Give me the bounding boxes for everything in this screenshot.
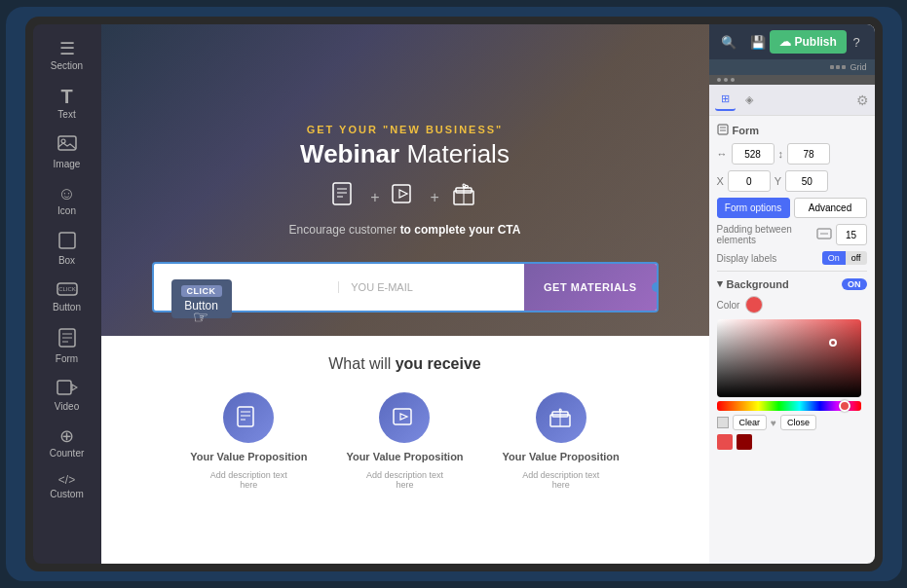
sidebar-item-box[interactable]: Box bbox=[40, 226, 94, 272]
panel-divider bbox=[717, 271, 867, 272]
value-prop-2: Your Value Proposition Add description t… bbox=[346, 392, 463, 490]
grid-dots bbox=[830, 65, 846, 69]
box-icon bbox=[58, 232, 76, 252]
settings-tab[interactable]: ⚙ bbox=[856, 92, 869, 108]
form-email-input[interactable]: YOU E-MAIL bbox=[338, 281, 524, 293]
color-presets bbox=[717, 434, 867, 450]
tab-layout[interactable]: ⊞ bbox=[715, 89, 736, 111]
dot-1 bbox=[717, 78, 721, 82]
dot-2 bbox=[724, 78, 728, 82]
grid-dot-2 bbox=[836, 65, 840, 69]
sidebar-item-icon[interactable]: ☺ Icon bbox=[40, 179, 94, 222]
image-icon bbox=[57, 135, 77, 156]
display-labels-row: Display labels On off bbox=[717, 251, 867, 265]
hue-cursor bbox=[839, 400, 850, 412]
sidebar-label-custom: Custom bbox=[50, 489, 83, 499]
search-icon-btn[interactable]: 🔍 bbox=[717, 30, 740, 54]
hue-bar[interactable] bbox=[717, 401, 861, 411]
color-preset-2[interactable] bbox=[737, 434, 752, 450]
hero-subtitle-highlight: "NEW BUSINESS" bbox=[383, 124, 503, 135]
sidebar-item-button[interactable]: CLICK Button bbox=[40, 276, 94, 318]
x-icon: X bbox=[717, 175, 724, 187]
hero-content: GET YOUR "NEW BUSINESS" Webinar Material… bbox=[289, 124, 521, 237]
y-input[interactable] bbox=[785, 170, 828, 192]
color-picker-box[interactable] bbox=[717, 319, 861, 397]
hero-icon-gift bbox=[451, 181, 478, 213]
display-labels-label: Display labels bbox=[717, 253, 818, 264]
sidebar-item-image[interactable]: Image bbox=[40, 129, 94, 175]
sidebar-item-custom[interactable]: </> Custom bbox=[40, 468, 94, 505]
value-prop-desc-2: Add description text here bbox=[365, 470, 443, 490]
grid-dot-1 bbox=[830, 65, 834, 69]
hero-subtitle: GET YOUR "NEW BUSINESS" bbox=[289, 124, 521, 135]
receive-title-bold: you receive bbox=[396, 355, 481, 372]
sidebar-label-video: Video bbox=[55, 401, 79, 412]
hero-title-light: Materials bbox=[406, 139, 509, 168]
form-icon-panel bbox=[717, 124, 729, 137]
advanced-button[interactable]: Advanced bbox=[794, 198, 867, 218]
sidebar-item-video[interactable]: Video bbox=[40, 374, 94, 418]
text-icon: T bbox=[60, 87, 72, 106]
sidebar-item-form[interactable]: Form bbox=[40, 322, 94, 370]
laptop-frame: ☰ Section T Text Image ☺ Icon bbox=[25, 17, 883, 571]
toggle-off[interactable]: off bbox=[846, 251, 867, 265]
sidebar-label-icon: Icon bbox=[57, 205, 76, 216]
panel-tabs: ⊞ ◈ ⚙ bbox=[709, 85, 875, 116]
padding-input[interactable] bbox=[836, 224, 867, 245]
value-prop-3: Your Value Proposition Add description t… bbox=[503, 392, 620, 490]
hero-icons-row: + + bbox=[289, 181, 521, 213]
width-input[interactable] bbox=[732, 143, 775, 165]
right-toolbar: 🔍 💾 ☁ Publish ? bbox=[709, 24, 875, 59]
hero-title-bold: Webinar bbox=[300, 139, 399, 168]
hero-plus-1: + bbox=[370, 189, 379, 206]
tab-layers[interactable]: ◈ bbox=[739, 90, 759, 110]
publish-icon: ☁ bbox=[779, 35, 791, 49]
sidebar-item-counter[interactable]: ⊕ Counter bbox=[40, 422, 94, 464]
custom-icon: </> bbox=[58, 474, 75, 486]
value-icon-2 bbox=[379, 392, 430, 443]
svg-marker-15 bbox=[399, 190, 407, 198]
value-props: Your Value Proposition Add description t… bbox=[190, 392, 620, 490]
svg-rect-2 bbox=[59, 233, 75, 248]
heart-icon: ♥ bbox=[771, 418, 776, 428]
hero-icon-video bbox=[391, 181, 418, 213]
value-prop-label-2: Your Value Proposition bbox=[346, 451, 463, 462]
color-actions: Clear ♥ Close bbox=[717, 415, 867, 430]
x-input[interactable] bbox=[728, 170, 771, 192]
form-section-label: Form bbox=[733, 125, 760, 136]
form-icon bbox=[58, 328, 76, 350]
sidebar-item-text[interactable]: T Text bbox=[40, 81, 94, 126]
publish-button[interactable]: ☁ Publish bbox=[770, 30, 847, 54]
section-icon: ☰ bbox=[59, 40, 75, 57]
button-icon: CLICK bbox=[57, 281, 78, 299]
background-toggle[interactable]: ON bbox=[842, 278, 867, 290]
color-row: Color bbox=[717, 296, 867, 313]
toggle-on[interactable]: On bbox=[822, 251, 846, 265]
color-preset-1[interactable] bbox=[717, 434, 733, 450]
height-input[interactable] bbox=[787, 143, 830, 165]
padding-row: Padding between elements bbox=[717, 224, 867, 245]
sidebar-item-section[interactable]: ☰ Section bbox=[40, 34, 94, 77]
click-badge: CLICK bbox=[181, 285, 222, 297]
padding-icon bbox=[816, 228, 832, 241]
value-prop-desc-3: Add description text here bbox=[522, 470, 600, 490]
color-picker-cursor bbox=[829, 339, 837, 347]
display-labels-toggle[interactable]: On off bbox=[822, 251, 867, 265]
toolbar-icons: 🔍 💾 bbox=[717, 30, 770, 54]
clear-button[interactable]: Clear bbox=[733, 415, 768, 430]
save-icon-btn[interactable]: 💾 bbox=[746, 30, 770, 54]
color-swatch[interactable] bbox=[745, 296, 763, 313]
layers-tab-icon: ◈ bbox=[745, 93, 753, 105]
help-button[interactable]: ? bbox=[847, 30, 867, 54]
value-prop-1: Your Value Proposition Add description t… bbox=[190, 392, 307, 490]
hero-description: Encourage customer to complete your CTA bbox=[289, 223, 521, 237]
form-resize-handle[interactable] bbox=[652, 282, 659, 292]
position-row: X Y bbox=[717, 170, 867, 192]
dot-3 bbox=[731, 78, 735, 82]
svg-rect-10 bbox=[333, 183, 351, 204]
form-options-button[interactable]: Form options bbox=[717, 198, 790, 218]
value-prop-label-1: Your Value Proposition bbox=[190, 451, 307, 462]
close-button[interactable]: Close bbox=[780, 415, 816, 430]
form-cta-button[interactable]: GET MATERIALS bbox=[524, 264, 657, 311]
form-section-header: Form bbox=[717, 124, 867, 137]
